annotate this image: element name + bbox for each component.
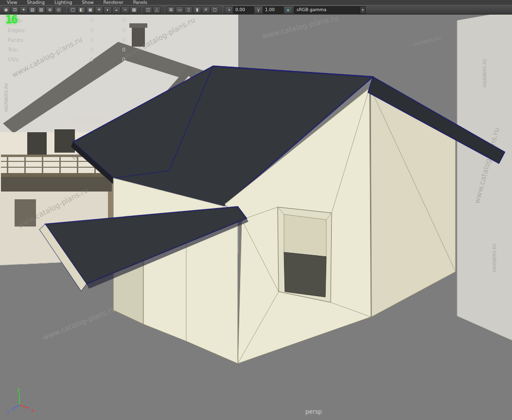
camera-name-label: persp xyxy=(305,408,322,415)
toolbar-icon-glyph: △ xyxy=(155,7,159,12)
watermark-text-small: HAUSBERG.RU xyxy=(483,59,487,88)
toolbar-icon-glyph: ◫ xyxy=(146,7,150,12)
toolbar-separator xyxy=(163,6,164,13)
shaded-icon[interactable]: ◧ xyxy=(77,6,86,14)
toolbar-icon-glyph: ▯ xyxy=(187,7,190,12)
hud-row-value: 441 xyxy=(42,56,65,63)
window-opening[interactable] xyxy=(284,252,326,297)
hud-row-value: 666 xyxy=(42,47,65,53)
gate-mask-icon[interactable]: ▮ xyxy=(193,6,201,14)
hud-row-col1: 0 xyxy=(65,56,93,63)
toolbar-icon-glyph: # xyxy=(205,7,207,12)
menu-shading[interactable]: Shading xyxy=(27,0,45,5)
image-plane-icon[interactable]: ▧ xyxy=(37,6,45,14)
ambient-occlusion-icon[interactable]: ◒ xyxy=(112,6,121,14)
maya-viewport-panel: ViewShadingLightingShowRendererPanels ◉ … xyxy=(0,0,512,420)
hud-row-col1: 0 xyxy=(65,18,93,24)
pan-zoom-icon[interactable]: ⊕ xyxy=(46,6,54,14)
wireframe-icon[interactable]: ▢ xyxy=(69,6,77,14)
toolbar-group-gates: ⊞ ▭ ▯ ▮ # ◻ xyxy=(167,6,219,14)
safe-action-icon[interactable]: ◻ xyxy=(211,6,219,14)
gamma-icon[interactable]: γ xyxy=(254,6,263,14)
toolbar-separator xyxy=(65,6,66,13)
anti-alias-icon[interactable]: ▩ xyxy=(130,6,138,14)
viewport-3d-scene[interactable]: www.catalog-plans.ru www.catalog-plans.r… xyxy=(0,15,512,420)
toolbar-separator xyxy=(221,6,222,13)
toolbar-icon-glyph: ◧ xyxy=(79,7,84,12)
hud-row-value: 354 xyxy=(42,18,65,24)
toolbar-group-view: ◉ ⊡ ✦ ▤ ▧ ⊕ ◎ xyxy=(2,6,63,14)
hud-row-label: Faces: xyxy=(8,37,42,43)
textured-icon[interactable]: ▣ xyxy=(86,6,94,14)
field-chart-icon[interactable]: # xyxy=(202,6,210,14)
toolbar-separator xyxy=(141,6,141,13)
lights-icon[interactable]: ☀ xyxy=(95,6,103,14)
toolbar-icon-glyph: ⊞ xyxy=(169,7,173,12)
hud-row-col2: 0 xyxy=(93,18,125,24)
view-transform-select[interactable]: sRGB gamma ▾ xyxy=(294,6,366,14)
film-gate-icon[interactable]: ▭ xyxy=(176,6,184,14)
toolbar-icon-glyph: ◒ xyxy=(115,7,118,12)
hud-row-col2: 0 xyxy=(93,56,125,63)
grid-icon[interactable]: ⊞ xyxy=(167,6,175,14)
shadows-icon[interactable]: ◐ xyxy=(104,6,112,14)
toolbar-icon-glyph: ▢ xyxy=(71,7,75,12)
bookmarks-icon[interactable]: ▤ xyxy=(28,6,36,14)
hud-row-col1: 0 xyxy=(65,47,93,53)
toolbar-icon-glyph: ☀ xyxy=(97,7,101,12)
toolbar-icon-glyph: ▩ xyxy=(132,7,136,12)
hud-row: Faces: 341 0 0 xyxy=(8,35,125,45)
toolbar-icon-glyph: ▮ xyxy=(196,7,198,12)
panel-menu-bar: ViewShadingLightingShowRendererPanels xyxy=(0,0,512,5)
toolbar-icon-glyph: ▭ xyxy=(177,7,182,12)
hud-row-value: 341 xyxy=(42,37,65,43)
lock-camera-icon[interactable]: ⊡ xyxy=(11,6,19,14)
viewport-3d[interactable]: www.catalog-plans.ru www.catalog-plans.r… xyxy=(0,15,512,420)
select-camera-icon[interactable]: ◉ xyxy=(2,6,10,14)
isolate-select-icon[interactable]: △ xyxy=(153,6,161,14)
menu-lighting[interactable]: Lighting xyxy=(54,0,72,5)
hud-row-col1: 0 xyxy=(65,37,93,43)
hud-row: UVs: 441 0 0 xyxy=(8,54,125,64)
gamma-field[interactable] xyxy=(263,6,283,14)
toolbar-icon-glyph: ◉ xyxy=(4,7,8,12)
color-management-button[interactable]: ● xyxy=(284,6,292,14)
watermark-text-small: HAUSBERG.RU xyxy=(493,244,497,272)
hud-row: Verts: 354 0 0 xyxy=(8,16,125,25)
oversampling-icon[interactable]: ◎ xyxy=(54,6,63,14)
toolbar-icon-glyph: ✦ xyxy=(22,7,26,12)
hud-row-label: Tris: xyxy=(8,47,42,53)
reference-plane-right[interactable]: HAUSBERG.RU www.catalog-plans.ru HAUSBER… xyxy=(457,15,512,340)
view-transform-value: sRGB gamma xyxy=(297,7,326,12)
menu-panels[interactable]: Panels xyxy=(133,0,147,5)
window-recess-panel[interactable] xyxy=(284,214,326,257)
hud-row-value: 695 xyxy=(42,27,65,34)
exposure-icon-glyph: ◑ xyxy=(228,7,230,12)
chevron-down-icon: ▾ xyxy=(360,7,365,13)
hud-row-label: UVs: xyxy=(8,56,42,63)
hud-row-col1: 0 xyxy=(65,27,93,34)
panel-toolbar: ◉ ⊡ ✦ ▤ ▧ ⊕ ◎ ▢ ◧ ▣ ☀ ◐ ◒ ≈ ▩ ◫ △ ⊞ ▭ xyxy=(0,5,512,15)
hud-row-col2: 0 xyxy=(93,47,125,53)
exposure-icon[interactable]: ◑ xyxy=(225,6,233,14)
toolbar-icon-glyph: ◻ xyxy=(213,7,216,12)
menu-show[interactable]: Show xyxy=(82,0,93,5)
toolbar-icon-glyph: ◎ xyxy=(57,7,61,12)
hud-row-col2: 0 xyxy=(93,27,125,34)
toolbar-group-shading: ▢ ◧ ▣ ☀ ◐ ◒ ≈ ▩ xyxy=(69,6,138,14)
resolution-gate-icon[interactable]: ▯ xyxy=(184,6,193,14)
exposure-field[interactable] xyxy=(233,6,254,14)
xray-icon[interactable]: ◫ xyxy=(144,6,152,14)
heads-up-display: Verts: 354 0 0 Edges: 695 0 0 Faces: 341… xyxy=(8,16,125,64)
camera-attributes-icon[interactable]: ✦ xyxy=(19,6,28,14)
toolbar-icon-glyph: ⊡ xyxy=(13,7,17,12)
hud-row: Tris: 666 0 0 xyxy=(8,45,125,54)
color-management-icon: ● xyxy=(286,7,289,13)
toolbar-icon-glyph: ≈ xyxy=(124,7,126,12)
menu-renderer[interactable]: Renderer xyxy=(104,0,124,5)
hud-row: Edges: 695 0 0 xyxy=(8,25,125,35)
gamma-icon-glyph: γ xyxy=(257,7,260,12)
menu-view[interactable]: View xyxy=(7,0,17,5)
motion-blur-icon[interactable]: ≈ xyxy=(121,6,129,14)
hud-row-col2: 0 xyxy=(93,37,125,43)
